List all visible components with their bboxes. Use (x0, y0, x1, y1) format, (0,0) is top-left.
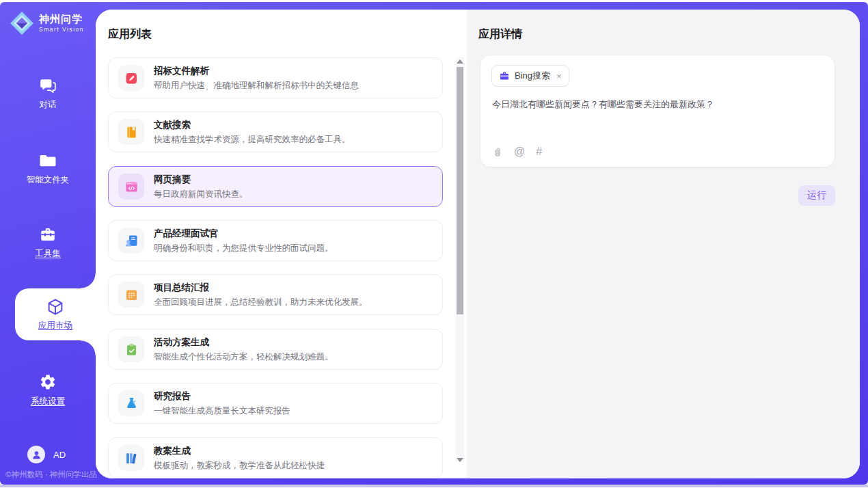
app-card-description: 明确身份和职责，为您提供专业性的面试问题。 (154, 243, 334, 254)
bing-search-chip[interactable]: Bing搜索 × (491, 65, 569, 87)
books-icon (118, 445, 144, 471)
sidebar: 神州问学 Smart Vision 对话 智能文件夹 工具集 应用市场 (0, 2, 96, 485)
app-card-research-report[interactable]: 研究报告 一键智能生成高质量长文本研究报告 (108, 383, 443, 424)
app-card-title: 活动方案生成 (154, 336, 334, 349)
app-card-title: 文献搜索 (154, 119, 351, 131)
sidebar-item-app-market[interactable]: 应用市场 (15, 288, 96, 340)
app-card-description: 每日政府新闻资讯快查。 (154, 189, 248, 200)
research-flask-icon (118, 390, 144, 416)
interviewer-icon (118, 228, 144, 254)
sidebar-item-label: 智能文件夹 (27, 174, 70, 186)
app-card-title: 教案生成 (154, 445, 325, 457)
chat-icon (39, 77, 57, 94)
app-detail-title: 应用详情 (478, 27, 522, 42)
user-name: AD (53, 450, 66, 460)
app-card-web-summary-selected[interactable]: 网页摘要 每日政府新闻资讯快查。 (108, 166, 443, 207)
sidebar-item-smart-folder[interactable]: 智能文件夹 (0, 152, 96, 186)
paperclip-icon[interactable] (492, 146, 503, 157)
app-card-lesson-plan[interactable]: 教案生成 模板驱动，教案秒成，教学准备从此轻松快捷 (108, 437, 443, 478)
app-card-description: 模板驱动，教案秒成，教学准备从此轻松快捷 (154, 460, 325, 472)
chip-label: Bing搜索 (515, 70, 550, 82)
cube-icon (46, 297, 65, 316)
toolbox-icon (39, 226, 57, 243)
briefcase-icon (499, 70, 510, 81)
app-card-title: 产品经理面试官 (154, 228, 334, 240)
sidebar-item-label: 系统设置 (31, 396, 65, 407)
app-card-title: 网页摘要 (154, 174, 248, 186)
diamond-logo-icon (10, 11, 34, 36)
app-card-literature-search[interactable]: 文献搜索 快速精准查找学术资源，提高研究效率的必备工具。 (108, 111, 443, 152)
scrollbar-thumb[interactable] (457, 67, 463, 314)
sidebar-item-settings[interactable]: 系统设置 (0, 373, 96, 407)
run-button[interactable]: 运行 (798, 185, 835, 206)
prompt-input[interactable]: 今日湖北有哪些新闻要点？有哪些需要关注的最新政策？ (492, 98, 823, 111)
app-list-title: 应用列表 (108, 27, 152, 42)
app-card-bid-analysis[interactable]: 招标文件解析 帮助用户快速、准确地理解和解析招标书中的关键信息 (108, 57, 443, 98)
sidebar-item-toolset[interactable]: 工具集 (0, 226, 96, 260)
app-card-description: 快速精准查找学术资源，提高研究效率的必备工具。 (154, 134, 351, 146)
sidebar-item-label: 对话 (40, 99, 57, 111)
user-avatar-icon (31, 449, 42, 461)
app-logo: 神州问学 Smart Vision (10, 11, 84, 36)
clipboard-check-icon (118, 336, 144, 362)
note-icon (118, 282, 144, 308)
app-detail-panel: 应用详情 Bing搜索 × 今日湖北有哪些新闻要点？有哪些需要关注的最新政策？ … (467, 10, 860, 478)
edit-document-icon (118, 65, 144, 91)
at-sign-icon[interactable]: @ (514, 146, 525, 158)
sidebar-item-label: 应用市场 (38, 320, 72, 331)
sidebar-item-chat[interactable]: 对话 (0, 77, 96, 111)
app-card-pm-interviewer[interactable]: 产品经理面试官 明确身份和职责，为您提供专业性的面试问题。 (108, 220, 443, 261)
app-card-title: 招标文件解析 (154, 65, 359, 77)
app-card-description: 帮助用户快速、准确地理解和解析招标书中的关键信息 (154, 80, 359, 92)
copyright-footer: ©神州数码 · 神州问学出品 (5, 470, 97, 480)
prompt-card: Bing搜索 × 今日湖北有哪些新闻要点？有哪些需要关注的最新政策？ @ # (480, 55, 835, 167)
folder-icon (39, 152, 57, 170)
app-card-title: 研究报告 (154, 390, 290, 403)
close-icon[interactable]: × (556, 72, 562, 81)
main-window: 应用列表 招标文件解析 帮助用户快速、准确地理解和解析招标书中的关键信息 (96, 10, 860, 478)
app-card-project-summary[interactable]: 项目总结汇报 全面回顾项目进展，总结经验教训，助力未来优化发展。 (108, 274, 443, 315)
user-account[interactable]: AD (27, 446, 66, 463)
app-card-title: 项目总结汇报 (154, 282, 368, 294)
avatar (27, 446, 45, 463)
logo-title: 神州问学 (39, 14, 84, 25)
app-card-description: 全面回顾项目进展，总结经验教训，助力未来优化发展。 (154, 297, 368, 308)
sidebar-item-label: 工具集 (35, 248, 61, 260)
web-code-icon (118, 174, 144, 200)
book-icon (118, 119, 144, 145)
app-card-event-plan[interactable]: 活动方案生成 智能生成个性化活动方案，轻松解决规划难题。 (108, 329, 443, 370)
app-list-panel: 应用列表 招标文件解析 帮助用户快速、准确地理解和解析招标书中的关键信息 (96, 10, 467, 478)
logo-subtitle: Smart Vision (39, 27, 84, 33)
scrollbar-up-arrow[interactable] (457, 59, 463, 64)
gear-icon (39, 373, 57, 391)
prompt-toolbar: @ # (492, 146, 542, 158)
bottom-strip (0, 485, 868, 487)
app-card-description: 智能生成个性化活动方案，轻松解决规划难题。 (154, 351, 334, 363)
app-card-description: 一键智能生成高质量长文本研究报告 (154, 405, 290, 417)
scrollbar-down-arrow[interactable] (457, 458, 463, 462)
hash-icon[interactable]: # (536, 146, 542, 158)
